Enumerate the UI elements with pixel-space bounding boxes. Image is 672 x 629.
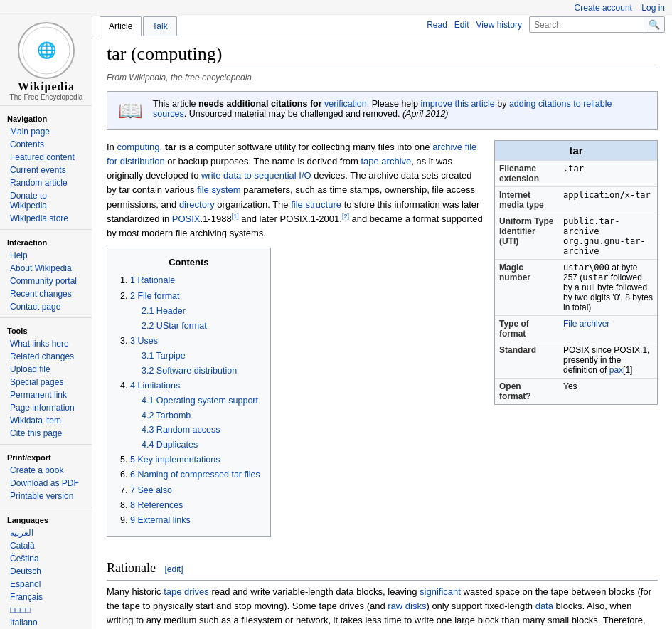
sidebar-item-special[interactable]: Special pages (0, 376, 92, 388)
sidebar-item-createbook[interactable]: Create a book (0, 464, 92, 477)
sidebar-item-current-events[interactable]: Current events (0, 164, 92, 176)
infobox-label-standard: Standard (495, 342, 559, 379)
infobox-value-mediatype: application/x-tar (559, 187, 657, 213)
toc-link-fileformat[interactable]: 2 File format (130, 291, 179, 301)
lang-espanol[interactable]: Español (0, 578, 92, 590)
toc-link-os[interactable]: 4.1 Operating system support (142, 396, 258, 406)
write-link[interactable]: write data to sequential I/O (201, 170, 311, 181)
toc-item-2: 2 File format 2.1 Header 2.2 UStar forma… (130, 290, 260, 333)
tab-edit[interactable]: Edit (454, 20, 469, 30)
toc-title: Contents (117, 255, 260, 270)
infobox-row-magic: Magic number ustar\000 at byte 257 (usta… (495, 260, 657, 316)
posix-link[interactable]: POSIX (172, 213, 201, 224)
languages-section-title: Languages (0, 512, 92, 527)
rationale-edit-link[interactable]: [edit] (164, 564, 183, 574)
infobox-row-standard: Standard POSIX since POSIX.1, presently … (495, 342, 657, 379)
directory-link[interactable]: directory (179, 199, 215, 210)
tab-article[interactable]: Article (100, 16, 142, 36)
toc-item-1: 1 Rationale (130, 274, 260, 287)
sidebar-item-store[interactable]: Wikipedia store (0, 212, 92, 225)
tab-talk[interactable]: Talk (143, 16, 176, 36)
sidebar-item-donate[interactable]: Donate to Wikipedia (0, 189, 92, 212)
notice-verification-link[interactable]: verification (324, 99, 367, 109)
tab-read[interactable]: Read (427, 20, 447, 30)
rationale-text: Many historic tape drives read and write… (107, 585, 658, 629)
infobox-format-link[interactable]: File archiver (563, 319, 609, 329)
interaction-section-title: Interaction (0, 234, 92, 249)
toc-link-seealso[interactable]: 7 See also (130, 485, 172, 495)
sidebar-item-downloadpdf[interactable]: Download as PDF (0, 477, 92, 490)
sidebar-item-permalink[interactable]: Permanent link (0, 388, 92, 401)
sidebar-item-about[interactable]: About Wikipedia (0, 262, 92, 275)
data-blocks-link[interactable]: data (535, 601, 553, 611)
toc-item-3: 3 Uses 3.1 Tarpipe 3.2 Software distribu… (130, 334, 260, 378)
sidebar-item-upload[interactable]: Upload file (0, 363, 92, 376)
rationale-heading: Rationale [edit] (107, 559, 658, 581)
computing-link[interactable]: computing (117, 142, 159, 152)
notice-date: (April 2012) (402, 109, 449, 119)
sidebar-item-contents[interactable]: Contents (0, 138, 92, 151)
toc-link-tarbomb[interactable]: 4.2 Tarbomb (142, 411, 191, 421)
toc-link-header[interactable]: 2.1 Header (142, 306, 186, 316)
lang-deutsch[interactable]: Deutsch (0, 566, 92, 577)
filesystem-link[interactable]: file system (197, 184, 240, 195)
lang-francais[interactable]: Français (0, 591, 92, 603)
sidebar-item-help[interactable]: Help (0, 249, 92, 262)
sidebar-item-community[interactable]: Community portal (0, 275, 92, 287)
toc-link-limitations[interactable]: 4 Limitations (130, 381, 180, 391)
toc-link-ustar[interactable]: 2.2 UStar format (142, 321, 207, 331)
toc-link-naming[interactable]: 6 Naming of compressed tar files (130, 470, 260, 480)
search-button[interactable]: 🔍 (644, 17, 664, 32)
tape-archive-link[interactable]: tape archive (361, 156, 411, 166)
sidebar-item-contact[interactable]: Contact page (0, 300, 92, 313)
toc-link-uses[interactable]: 3 Uses (130, 336, 158, 346)
infobox-label-format: Type of format (495, 316, 559, 342)
sidebar-item-wikidata[interactable]: Wikidata item (0, 414, 92, 427)
log-in-link[interactable]: Log in (641, 3, 665, 13)
sidebar-item-printable[interactable]: Printable version (0, 490, 92, 502)
toc-link-tarpipe[interactable]: 3.1 Tarpipe (142, 351, 186, 361)
sidebar-item-recent[interactable]: Recent changes (0, 287, 92, 300)
lang-catala[interactable]: Català (0, 540, 92, 551)
ref2[interactable]: [2] (342, 213, 349, 220)
toc-link-duplicates[interactable]: 4.4 Duplicates (142, 440, 198, 450)
sidebar-item-cite[interactable]: Cite this page (0, 427, 92, 440)
archive-link[interactable]: archive file for distribution (107, 142, 476, 166)
sidebar-item-random[interactable]: Random article (0, 176, 92, 189)
ref1[interactable]: [1] (232, 213, 239, 220)
file-structure-link[interactable]: file structure (291, 199, 341, 210)
infobox-value-filename: .tar (559, 161, 657, 187)
infobox: tar Filename extension .tar Internet med… (494, 140, 658, 405)
create-account-link[interactable]: Create account (575, 3, 632, 13)
infobox-value-uti: public.tar-archiveorg.gnu.gnu-tar-archiv… (559, 213, 657, 260)
navigation-section-title: Navigation (0, 110, 92, 125)
lang-italiano[interactable]: Italiano (0, 617, 92, 628)
infobox-pax-link[interactable]: pax (609, 365, 623, 375)
toc-link-external[interactable]: 9 External links (130, 515, 191, 525)
tab-view-history[interactable]: View history (476, 20, 522, 30)
sidebar-item-featured[interactable]: Featured content (0, 151, 92, 164)
toc-link-references[interactable]: 8 References (130, 500, 183, 510)
toc-link-random[interactable]: 4.3 Random access (142, 425, 220, 435)
infobox-row-openformat: Open format? Yes (495, 379, 657, 405)
search-input[interactable] (530, 18, 644, 32)
notice-improve-link[interactable]: improve this article (421, 99, 495, 109)
sidebar-item-whatlinks[interactable]: What links here (0, 337, 92, 350)
tape-drives-link[interactable]: tape drives (164, 586, 209, 597)
toc-link-software[interactable]: 3.2 Software distribution (142, 366, 237, 376)
rationale-heading-text: Rationale (107, 561, 156, 575)
infobox-label-uti: Uniform Type Identifier (UTI) (495, 213, 559, 260)
sidebar-item-pageinfo[interactable]: Page information (0, 401, 92, 414)
toc-link-rationale[interactable]: 1 Rationale (130, 275, 175, 285)
lang-arabic[interactable]: العربية (0, 527, 92, 539)
sidebar: 🌐 Wikipedia The Free Encyclopedia Naviga… (0, 16, 92, 629)
infobox-label-filename: Filename extension (495, 161, 559, 187)
lang-cestina[interactable]: Čeština (0, 553, 92, 564)
toc-link-keyimpl[interactable]: 5 Key implementations (130, 455, 220, 465)
lang-box1[interactable]: □□□□ (0, 604, 92, 615)
significant-link[interactable]: significant (420, 586, 461, 597)
notice-text: This article needs additional citations … (153, 99, 647, 119)
sidebar-item-related-changes[interactable]: Related changes (0, 350, 92, 363)
sidebar-item-main-page[interactable]: Main page (0, 125, 92, 138)
raw-disks-link[interactable]: raw disks (388, 601, 426, 611)
